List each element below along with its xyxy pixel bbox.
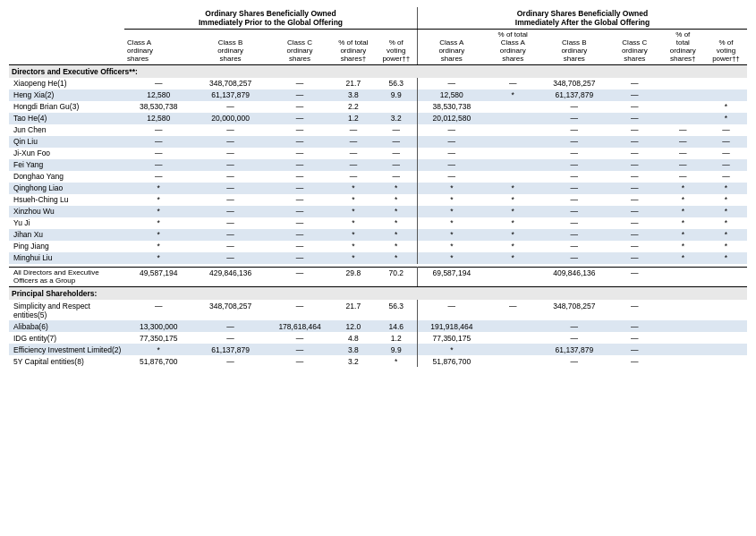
- table-cell: —: [540, 136, 608, 148]
- col-classA-before: Class Aordinaryshares: [124, 29, 192, 64]
- table-cell: [486, 332, 540, 344]
- table-cell: —: [608, 217, 661, 229]
- table-cell: —: [192, 241, 268, 252]
- table-row: Heng Xia(2)12,58061,137,879—3.89.912,580…: [9, 89, 747, 101]
- table-cell: *: [331, 229, 375, 241]
- table-cell: —: [268, 171, 331, 183]
- table-cell: *: [486, 89, 540, 101]
- table-cell: [486, 344, 540, 355]
- table-cell: 21.7: [331, 300, 375, 320]
- table-cell: —: [608, 229, 661, 241]
- col-classC-after: Class Cordinaryshares: [608, 29, 661, 64]
- table-cell: —: [124, 148, 192, 159]
- table-cell: —: [540, 206, 608, 217]
- table-cell: —: [608, 124, 661, 136]
- table-cell: —: [705, 159, 747, 171]
- table-cell: 348,708,257: [192, 300, 268, 320]
- table-row: Jun Chen——————————: [9, 124, 747, 136]
- table-cell: —: [486, 300, 540, 320]
- table-row: Qin Liu——————————: [9, 136, 747, 148]
- table-cell: Heng Xia(2): [9, 89, 124, 101]
- table-cell: —: [661, 136, 705, 148]
- table-cell: [661, 101, 705, 113]
- table-cell: *: [124, 344, 192, 355]
- table-cell: *: [124, 217, 192, 229]
- table-cell: —: [268, 300, 331, 320]
- table-cell: —: [661, 124, 705, 136]
- table-cell: 29.8: [331, 267, 375, 286]
- section-header-row: Directors and Executive Officers**:: [9, 64, 747, 78]
- table-cell: *: [124, 183, 192, 194]
- table-cell: —: [124, 124, 192, 136]
- table-cell: —: [540, 148, 608, 159]
- table-cell: *: [661, 252, 705, 264]
- table-cell: —: [608, 78, 661, 89]
- table-cell: *: [705, 217, 747, 229]
- table-cell: 21.7: [331, 78, 375, 89]
- table-cell: 348,708,257: [540, 300, 608, 320]
- table-cell: 2.2: [331, 101, 375, 113]
- table-cell: *: [417, 344, 485, 355]
- table-cell: —: [608, 344, 661, 355]
- table-cell: —: [540, 332, 608, 344]
- ownership-table: Ordinary Shares Beneficially OwnedImmedi…: [9, 7, 747, 367]
- table-cell: —: [608, 136, 661, 148]
- table-cell: [705, 78, 747, 89]
- table-cell: —: [124, 78, 192, 89]
- col-classC-before: Class Cordinaryshares: [268, 29, 331, 64]
- table-cell: *: [376, 217, 418, 229]
- table-cell: *: [486, 229, 540, 241]
- table-cell: Hongdi Brian Gu(3): [9, 101, 124, 113]
- table-cell: 12,580: [417, 89, 485, 101]
- table-cell: *: [661, 206, 705, 217]
- table-cell: [486, 148, 540, 159]
- table-cell: —: [192, 136, 268, 148]
- table-cell: —: [376, 136, 418, 148]
- table-cell: 12,580: [124, 113, 192, 124]
- table-cell: [486, 320, 540, 332]
- table-cell: *: [417, 194, 485, 206]
- table-cell: 9.9: [376, 344, 418, 355]
- table-cell: —: [268, 159, 331, 171]
- table-cell: —: [192, 217, 268, 229]
- table-cell: Yu Ji: [9, 217, 124, 229]
- table-cell: *: [331, 217, 375, 229]
- table-cell: 20,012,580: [417, 113, 485, 124]
- table-cell: 56.3: [376, 300, 418, 320]
- table-cell: *: [331, 241, 375, 252]
- table-cell: —: [268, 101, 331, 113]
- table-cell: [705, 320, 747, 332]
- table-cell: *: [705, 101, 747, 113]
- table-cell: —: [376, 159, 418, 171]
- table-cell: All Directors and Executive Officers as …: [9, 267, 124, 286]
- table-cell: *: [376, 355, 418, 367]
- table-cell: *: [661, 217, 705, 229]
- table-cell: Qinghong Liao: [9, 183, 124, 194]
- table-cell: [486, 136, 540, 148]
- table-cell: —: [124, 136, 192, 148]
- table-cell: Hsueh-Ching Lu: [9, 194, 124, 206]
- table-row: Ji-Xun Foo——————————: [9, 148, 747, 159]
- table-cell: —: [192, 206, 268, 217]
- table-cell: Simplicity and Respect entities(5): [9, 300, 124, 320]
- table-cell: [661, 113, 705, 124]
- table-cell: *: [486, 217, 540, 229]
- table-cell: [705, 300, 747, 320]
- table-cell: *: [376, 183, 418, 194]
- table-cell: *: [124, 252, 192, 264]
- table-cell: —: [540, 355, 608, 367]
- table-cell: —: [540, 241, 608, 252]
- section-header-row: Principal Shareholders:: [9, 287, 747, 301]
- table-cell: —: [608, 320, 661, 332]
- table-cell: 49,587,194: [124, 267, 192, 286]
- table-cell: —: [608, 332, 661, 344]
- table-cell: —: [124, 171, 192, 183]
- table-cell: *: [705, 252, 747, 264]
- table-cell: Jun Chen: [9, 124, 124, 136]
- section-label: Directors and Executive Officers**:: [9, 64, 747, 78]
- table-cell: [486, 267, 540, 286]
- table-cell: [661, 332, 705, 344]
- table-cell: —: [417, 78, 485, 89]
- table-cell: —: [268, 89, 331, 101]
- table-cell: *: [417, 229, 485, 241]
